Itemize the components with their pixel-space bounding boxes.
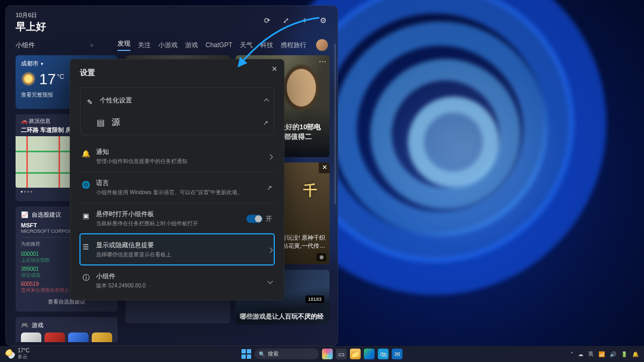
thumb-badge: 18183: [305, 295, 324, 303]
settings-show-hide-feed[interactable]: ☰ 显示或隐藏信息提要 选择哪些信息提要显示在看板上: [80, 234, 274, 265]
tray-overflow-icon[interactable]: ˄: [570, 351, 573, 357]
widgets-greeting: 早上好: [16, 20, 46, 34]
globe-icon: 🌐: [81, 180, 91, 189]
tab-weather[interactable]: 天气: [240, 41, 253, 50]
tab-tech[interactable]: 科技: [260, 41, 273, 50]
add-widget-button[interactable]: ＋: [89, 41, 95, 50]
settings-learn-more[interactable]: 了解详细信息 ↗: [96, 296, 274, 300]
widgets-settings-dialog: ✕ 设置 ✎ 个性化设置 ▤ 源 ↗ 🔔 通知 管理小组件和信息提要中的任务栏通…: [70, 59, 284, 300]
taskview-icon[interactable]: ▭: [336, 349, 347, 359]
taskbar: 17°C 多云 🔍搜索 ▭ 📁 🛍 ✉ ˄ ☁ 英 📶 🔊 🔋 🔔: [0, 346, 644, 362]
chevron-right-icon: [268, 246, 272, 254]
start-button[interactable]: [241, 349, 251, 359]
profile-avatar[interactable]: [316, 39, 328, 51]
file-explorer-icon[interactable]: 📁: [350, 349, 361, 359]
ad-tag: ⊕: [317, 253, 326, 261]
weather-city: 成都市: [21, 60, 39, 68]
settings-language[interactable]: 🌐 语言 小组件板使用 Windows 显示语言。可以在"设置"中更新此项。 ↗: [80, 172, 274, 203]
settings-personalization[interactable]: ✎ 个性化设置: [84, 89, 270, 112]
tab-follow[interactable]: 关注: [138, 41, 151, 50]
expand-icon[interactable]: ⤢: [281, 16, 290, 25]
bell-icon: 🔔: [81, 149, 91, 158]
taskbar-weather[interactable]: 17°C 多云: [5, 348, 30, 360]
hover-toggle[interactable]: 开: [246, 214, 272, 223]
info-icon: ⓘ: [81, 273, 91, 283]
close-icon[interactable]: ✕: [272, 65, 277, 73]
settings-title: 设置: [80, 68, 274, 78]
battery-icon[interactable]: 🔋: [621, 351, 627, 357]
open-external-icon: ↗: [263, 119, 268, 127]
widgets-label: 小组件: [16, 41, 35, 50]
weather-icon: [21, 71, 36, 86]
more-icon[interactable]: ⋯: [319, 57, 326, 66]
chevron-down-icon: [268, 277, 272, 285]
tab-minigames[interactable]: 小游戏: [158, 41, 178, 50]
weather-icon: [5, 349, 15, 359]
settings-notifications[interactable]: 🔔 通知 管理小组件和信息提要中的任务栏通知: [80, 141, 274, 172]
notifications-icon[interactable]: 🔔: [632, 351, 639, 357]
open-external-icon: ↗: [267, 184, 272, 191]
traffic-title: 路况信息: [29, 118, 50, 124]
weather-temp: 17: [39, 71, 56, 88]
tab-discover[interactable]: 发现: [118, 39, 130, 51]
games-title: 游戏: [32, 321, 43, 329]
widgets-date: 10月6日: [16, 11, 46, 19]
settings-source[interactable]: ▤ 源 ↗: [96, 112, 270, 134]
onedrive-icon[interactable]: ☁: [578, 351, 583, 357]
games-card[interactable]: 🎮 游戏: [16, 317, 118, 342]
copilot-icon[interactable]: [322, 349, 333, 359]
taskbar-cond: 多云: [18, 353, 30, 360]
tab-ctrip[interactable]: 携程旅行: [281, 41, 306, 50]
taskbar-search[interactable]: 🔍搜索: [254, 349, 319, 359]
stocks-title: 自选股建议: [32, 211, 61, 219]
tab-chatgpt[interactable]: ChatGPT: [206, 41, 232, 49]
feed-icon: ☰: [81, 242, 91, 252]
refresh-icon[interactable]: ⟳: [262, 16, 272, 25]
thumb-headline: 哪些游戏是让人百玩不厌的经: [240, 312, 325, 321]
network-icon[interactable]: 📶: [598, 351, 605, 357]
search-icon: 🔍: [259, 351, 265, 357]
close-icon[interactable]: ✕: [319, 162, 330, 173]
pencil-icon: ✎: [85, 97, 94, 107]
settings-hover-open[interactable]: ▣ 悬停时打开小组件板 当鼠标悬停在任务栏图标上时小组件板打开 开: [80, 203, 274, 234]
settings-widgets-about[interactable]: ⓘ 小组件 版本 524.24900.80.0: [80, 265, 274, 296]
link-icon[interactable]: ✧: [300, 16, 309, 25]
ime-indicator[interactable]: 英: [588, 350, 594, 358]
panel-icon: ▣: [81, 211, 91, 220]
edge-icon[interactable]: [364, 349, 375, 359]
source-icon: ▤: [97, 117, 105, 128]
tab-games[interactable]: 游戏: [185, 41, 198, 50]
chevron-up-icon: [265, 97, 268, 105]
chevron-right-icon: [268, 153, 272, 160]
gear-icon[interactable]: ⚙: [319, 16, 328, 25]
widgets-tabs: 小组件 ＋ 发现 关注 小游戏 游戏 ChatGPT 天气 科技 携程旅行: [6, 36, 338, 54]
scrollbar[interactable]: [334, 43, 336, 204]
store-icon[interactable]: 🛍: [378, 349, 389, 359]
volume-icon[interactable]: 🔊: [610, 351, 616, 357]
outlook-icon[interactable]: ✉: [392, 349, 402, 359]
taskbar-temp: 17°C: [18, 348, 30, 353]
